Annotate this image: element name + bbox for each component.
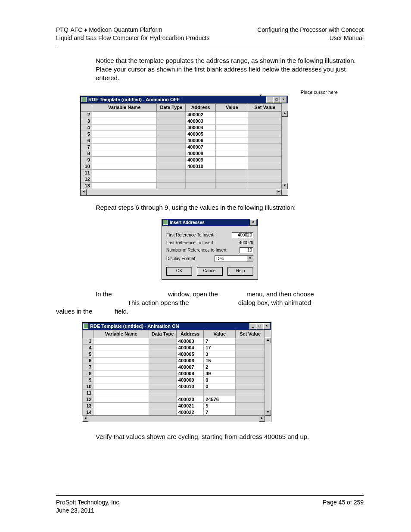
value-cell[interactable] [216, 124, 248, 131]
data-type-cell[interactable] [149, 364, 176, 370]
address-cell[interactable]: 400020 [176, 396, 203, 402]
help-button[interactable]: Help [227, 267, 253, 276]
resize-corner[interactable] [265, 416, 271, 422]
data-type-cell[interactable] [157, 163, 186, 169]
scroll-left-icon[interactable]: ◄ [81, 189, 87, 195]
set-value-cell[interactable] [248, 131, 282, 137]
variable-name-cell[interactable] [93, 402, 149, 409]
set-value-cell[interactable] [248, 143, 282, 150]
address-cell[interactable] [176, 389, 203, 396]
address-cell[interactable]: 400004 [186, 124, 216, 131]
format-select[interactable]: Dec ▼ [215, 255, 253, 262]
value-cell[interactable]: 15 [204, 357, 236, 364]
variable-name-cell[interactable] [93, 338, 149, 344]
set-value-cell[interactable] [236, 370, 265, 376]
value-cell[interactable] [216, 143, 248, 150]
address-cell[interactable]: 400006 [186, 137, 216, 143]
variable-name-cell[interactable] [92, 169, 157, 176]
address-cell[interactable]: 400002 [186, 111, 216, 118]
variable-name-cell[interactable] [92, 182, 157, 189]
variable-name-cell[interactable] [93, 383, 149, 389]
data-type-cell[interactable] [157, 156, 186, 163]
variable-name-cell[interactable] [92, 156, 157, 163]
first-ref-input[interactable]: 400020 [232, 232, 253, 238]
variable-name-cell[interactable] [93, 364, 149, 370]
data-type-cell[interactable] [157, 111, 186, 118]
set-value-cell[interactable] [236, 376, 265, 383]
address-cell[interactable]: 400003 [186, 118, 216, 124]
address-cell[interactable]: 400007 [186, 143, 216, 150]
address-cell[interactable]: 400006 [176, 357, 203, 364]
set-value-cell[interactable] [236, 409, 265, 415]
data-type-cell[interactable] [149, 389, 176, 396]
scroll-right-icon[interactable]: ► [276, 189, 282, 195]
variable-name-cell[interactable] [92, 111, 157, 118]
set-value-cell[interactable] [236, 396, 265, 402]
value-cell[interactable] [216, 176, 248, 182]
data-type-cell[interactable] [149, 344, 176, 351]
data-type-cell[interactable] [157, 131, 186, 137]
set-value-cell[interactable] [236, 389, 265, 396]
address-cell[interactable]: 400010 [186, 163, 216, 169]
data-type-cell[interactable] [149, 370, 176, 376]
close-button[interactable]: × [263, 323, 270, 330]
address-cell[interactable] [186, 182, 216, 189]
value-cell[interactable] [204, 389, 236, 396]
set-value-cell[interactable] [236, 357, 265, 364]
set-value-cell[interactable] [236, 402, 265, 409]
value-cell[interactable] [216, 111, 248, 118]
value-cell[interactable]: 7 [204, 409, 236, 415]
data-type-cell[interactable] [157, 118, 186, 124]
value-cell[interactable] [216, 131, 248, 137]
address-cell[interactable]: 400005 [176, 351, 203, 357]
address-cell[interactable]: 400021 [176, 402, 203, 409]
address-cell[interactable] [186, 176, 216, 182]
variable-name-cell[interactable] [93, 344, 149, 351]
address-cell[interactable]: 400022 [176, 409, 203, 415]
value-cell[interactable]: 24576 [204, 396, 236, 402]
value-cell[interactable]: 2 [204, 364, 236, 370]
value-cell[interactable]: 5 [204, 402, 236, 409]
data-type-cell[interactable] [149, 409, 176, 415]
address-cell[interactable]: 400010 [176, 383, 203, 389]
set-value-cell[interactable] [248, 163, 282, 169]
data-type-cell[interactable] [157, 169, 186, 176]
variable-name-cell[interactable] [93, 389, 149, 396]
num-ref-input[interactable]: 10 [240, 247, 253, 253]
value-cell[interactable]: 7 [204, 338, 236, 344]
variable-name-cell[interactable] [92, 163, 157, 169]
set-value-cell[interactable] [248, 111, 282, 118]
set-value-cell[interactable] [236, 351, 265, 357]
scroll-left-icon[interactable]: ◄ [82, 416, 88, 422]
scroll-up-icon[interactable]: ▲ [265, 337, 271, 343]
value-cell[interactable] [216, 169, 248, 176]
set-value-cell[interactable] [248, 169, 282, 176]
variable-name-cell[interactable] [92, 131, 157, 137]
value-cell[interactable] [216, 150, 248, 156]
data-type-cell[interactable] [157, 182, 186, 189]
maximize-button[interactable]: □ [256, 323, 263, 330]
variable-name-cell[interactable] [93, 396, 149, 402]
data-type-cell[interactable] [149, 351, 176, 357]
value-cell[interactable]: 17 [204, 344, 236, 351]
value-cell[interactable]: 0 [204, 376, 236, 383]
set-value-cell[interactable] [236, 344, 265, 351]
data-type-cell[interactable] [149, 376, 176, 383]
set-value-cell[interactable] [236, 383, 265, 389]
data-type-cell[interactable] [157, 176, 186, 182]
set-value-cell[interactable] [248, 118, 282, 124]
address-cell[interactable]: 400009 [186, 156, 216, 163]
cancel-button[interactable]: Cancel [197, 267, 223, 276]
scroll-down-icon[interactable]: ▼ [265, 410, 271, 416]
address-cell[interactable] [186, 169, 216, 176]
close-button[interactable]: × [250, 219, 257, 226]
address-cell[interactable]: 400009 [176, 376, 203, 383]
scroll-right-icon[interactable]: ► [259, 416, 265, 422]
data-type-cell[interactable] [149, 383, 176, 389]
data-type-cell[interactable] [157, 137, 186, 143]
set-value-cell[interactable] [236, 364, 265, 370]
address-cell[interactable]: 400005 [186, 131, 216, 137]
variable-name-cell[interactable] [92, 124, 157, 131]
set-value-cell[interactable] [248, 156, 282, 163]
value-cell[interactable]: 3 [204, 351, 236, 357]
